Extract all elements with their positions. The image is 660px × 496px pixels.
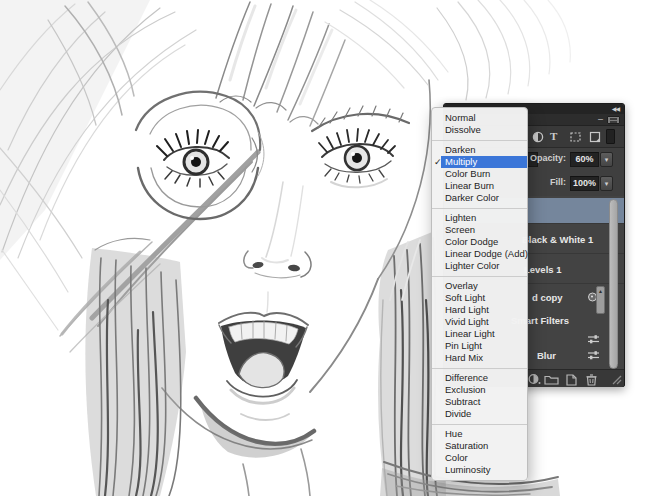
menu-item-hard-light[interactable]: Hard Light xyxy=(432,304,527,316)
adjustment-filter-icon[interactable] xyxy=(532,131,544,143)
menu-item-saturation[interactable]: Saturation xyxy=(432,440,527,452)
smart-object-filter-icon[interactable] xyxy=(589,131,602,143)
shape-filter-icon[interactable] xyxy=(569,131,582,143)
photoshop-screenshot: ◀◀ – T Opacity: 60% ▾ xyxy=(0,0,660,496)
menu-item-label: Multiply xyxy=(445,156,477,167)
fill-dropdown-icon[interactable]: ▾ xyxy=(600,176,613,191)
menu-separator xyxy=(432,140,527,141)
menu-item-multiply[interactable]: ✓Multiply xyxy=(441,156,527,168)
menu-item-dissolve[interactable]: Dissolve xyxy=(432,124,527,136)
layer-name: d copy xyxy=(532,291,563,302)
menu-item-vivid-light[interactable]: Vivid Light xyxy=(432,316,527,328)
menu-separator xyxy=(432,424,527,425)
checkmark-icon: ✓ xyxy=(434,156,442,168)
menu-item-linear-dodge-add[interactable]: Linear Dodge (Add) xyxy=(432,248,527,260)
collapse-panel-icon[interactable]: ◀◀ xyxy=(612,104,619,114)
layer-name: Black & White 1 xyxy=(522,233,593,244)
menu-item-pin-light[interactable]: Pin Light xyxy=(432,340,527,352)
layer-name: Blur xyxy=(537,350,556,361)
type-filter-icon[interactable]: T xyxy=(550,130,557,143)
menu-item-hard-mix[interactable]: Hard Mix xyxy=(432,352,527,364)
menu-item-luminosity[interactable]: Luminosity xyxy=(432,464,527,476)
panel-scrollbar[interactable] xyxy=(609,199,618,369)
menu-item-divide[interactable]: Divide xyxy=(432,408,527,420)
adjustment-layer-icon[interactable] xyxy=(528,373,541,385)
menu-item-color-dodge[interactable]: Color Dodge xyxy=(432,236,527,248)
opacity-dropdown-icon[interactable]: ▾ xyxy=(600,152,613,167)
menu-item-difference[interactable]: Difference xyxy=(432,372,527,384)
menu-item-lighten[interactable]: Lighten xyxy=(432,212,527,224)
opacity-value[interactable]: 60% xyxy=(570,152,599,167)
new-group-icon[interactable] xyxy=(544,373,559,385)
menu-item-hue[interactable]: Hue xyxy=(432,428,527,440)
panel-resize-grip[interactable] xyxy=(610,373,622,385)
panel-menu-icon[interactable] xyxy=(607,116,620,124)
new-layer-icon[interactable] xyxy=(565,373,578,386)
menu-separator xyxy=(432,276,527,277)
layer-name: Levels 1 xyxy=(524,263,562,274)
menu-item-darken[interactable]: Darken xyxy=(432,144,527,156)
layers-scrollbar[interactable]: ▲ xyxy=(596,286,605,314)
menu-item-color-burn[interactable]: Color Burn xyxy=(432,168,527,180)
menu-separator xyxy=(432,208,527,209)
fill-value[interactable]: 100% xyxy=(570,176,599,191)
menu-item-normal[interactable]: Normal xyxy=(432,112,527,124)
blend-mode-menu: Normal Dissolve Darken ✓Multiply Color B… xyxy=(431,107,528,481)
menu-item-lighter-color[interactable]: Lighter Color xyxy=(432,260,527,272)
menu-item-soft-light[interactable]: Soft Light xyxy=(432,292,527,304)
menu-item-exclusion[interactable]: Exclusion xyxy=(432,384,527,396)
menu-item-linear-burn[interactable]: Linear Burn xyxy=(432,180,527,192)
menu-item-darker-color[interactable]: Darker Color xyxy=(432,192,527,204)
minimize-icon[interactable]: – xyxy=(598,114,603,125)
menu-item-linear-light[interactable]: Linear Light xyxy=(432,328,527,340)
menu-item-screen[interactable]: Screen xyxy=(432,224,527,236)
filter-options-icon[interactable] xyxy=(587,334,600,344)
scroll-up-icon[interactable]: ▲ xyxy=(598,288,603,294)
menu-item-color[interactable]: Color xyxy=(432,452,527,464)
menu-separator xyxy=(432,368,527,369)
menu-item-overlay[interactable]: Overlay xyxy=(432,280,527,292)
delete-layer-icon[interactable] xyxy=(585,373,598,386)
menu-item-subtract[interactable]: Subtract xyxy=(432,396,527,408)
filter-options-icon[interactable] xyxy=(587,350,600,360)
filter-toggle-switch[interactable] xyxy=(606,129,615,144)
